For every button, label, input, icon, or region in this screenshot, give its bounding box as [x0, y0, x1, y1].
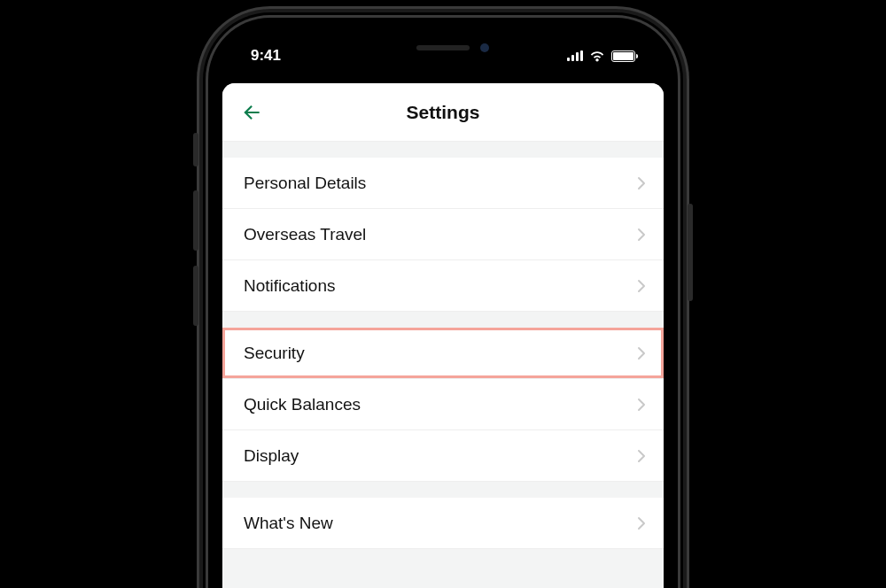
section-spacer [222, 312, 664, 328]
phone-frame: 9:41 [208, 18, 678, 588]
row-quick-balances[interactable]: Quick Balances [222, 379, 664, 430]
row-label: Personal Details [244, 174, 366, 193]
phone-screen: 9:41 [222, 32, 664, 588]
volume-down-button [193, 266, 198, 326]
row-security[interactable]: Security [222, 328, 664, 379]
section-spacer [222, 142, 664, 158]
row-label: Notifications [244, 276, 336, 296]
page-title: Settings [222, 102, 664, 123]
chevron-right-icon [637, 398, 646, 412]
speaker-grille [416, 45, 470, 50]
chevron-right-icon [637, 516, 646, 530]
settings-section-1: Personal Details Overseas Travel Notific… [222, 158, 664, 312]
row-notifications[interactable]: Notifications [222, 260, 664, 312]
app-header: Settings [222, 83, 664, 142]
cellular-icon [567, 50, 583, 61]
notch [328, 32, 558, 64]
power-button [688, 204, 693, 301]
chevron-right-icon [637, 449, 646, 463]
row-label: What's New [244, 514, 333, 533]
chevron-right-icon [637, 228, 646, 242]
settings-section-3: What's New [222, 498, 664, 549]
chevron-right-icon [637, 346, 646, 360]
battery-icon [611, 50, 635, 62]
row-label: Overseas Travel [244, 225, 366, 244]
status-indicators [567, 50, 635, 62]
section-spacer [222, 482, 664, 498]
chevron-right-icon [637, 176, 646, 190]
wifi-icon [589, 50, 605, 62]
row-personal-details[interactable]: Personal Details [222, 158, 664, 209]
arrow-left-icon [240, 101, 263, 124]
row-label: Display [244, 446, 299, 466]
settings-section-2: Security Quick Balances Display [222, 328, 664, 482]
chevron-right-icon [637, 279, 646, 293]
back-button[interactable] [238, 99, 265, 126]
front-camera [480, 43, 489, 52]
status-time: 9:41 [251, 47, 281, 65]
row-display[interactable]: Display [222, 430, 664, 482]
mute-switch [193, 133, 198, 166]
row-overseas-travel[interactable]: Overseas Travel [222, 209, 664, 260]
settings-app: Settings Personal Details Overseas Trave… [222, 83, 664, 588]
row-label: Quick Balances [244, 395, 361, 414]
row-label: Security [244, 344, 305, 363]
row-whats-new[interactable]: What's New [222, 498, 664, 549]
volume-up-button [193, 190, 198, 251]
